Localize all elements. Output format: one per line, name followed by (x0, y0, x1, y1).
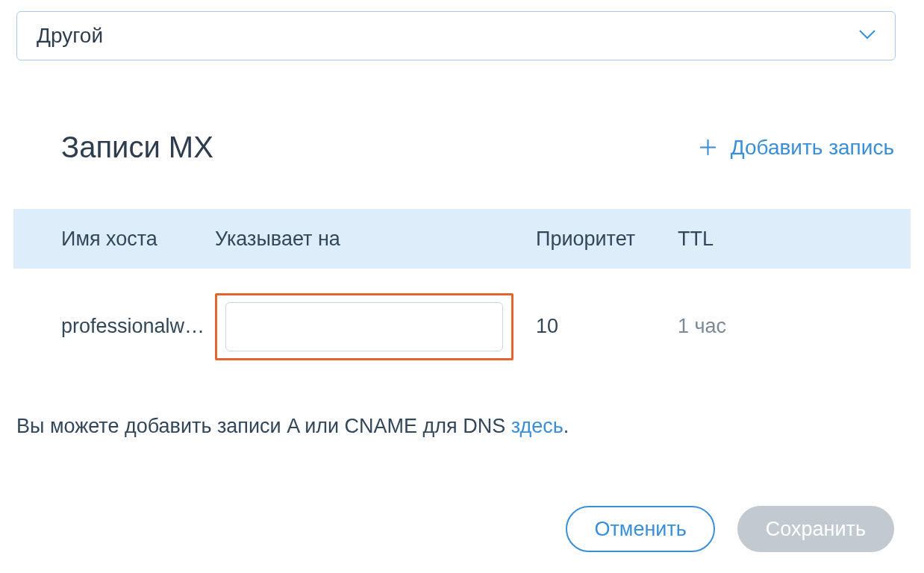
add-record-label: Добавить запись (731, 136, 894, 160)
mx-records-title: Записи MX (61, 131, 699, 164)
cell-priority: 10 (536, 315, 678, 338)
table-header-row: Имя хоста Указывает на Приоритет TTL (13, 209, 911, 269)
dns-settings-link[interactable]: здесь (511, 415, 564, 437)
plus-icon (699, 138, 717, 157)
cell-ttl: 1 час (678, 315, 911, 338)
chevron-down-icon (859, 29, 875, 43)
email-provider-dropdown-label: Другой (37, 24, 859, 48)
save-button: Сохранить (737, 506, 894, 552)
cancel-button[interactable]: Отменить (566, 506, 714, 552)
col-header-priority: Приоритет (536, 228, 678, 251)
col-header-host: Имя хоста (13, 228, 215, 251)
points-to-input[interactable] (225, 302, 503, 351)
dns-footnote-prefix: Вы можете добавить записи A или CNAME дл… (16, 415, 511, 437)
cell-host: professionalw… (13, 315, 215, 338)
table-row: professionalw… 10 1 час (13, 269, 911, 384)
form-buttons: Отменить Сохранить (566, 506, 894, 552)
dns-footnote: Вы можете добавить записи A или CNAME дл… (16, 415, 569, 438)
email-provider-dropdown[interactable]: Другой (16, 11, 896, 60)
add-record-button[interactable]: Добавить запись (699, 136, 894, 160)
mx-records-header: Записи MX Добавить запись (61, 131, 894, 164)
cell-points-to (215, 293, 536, 360)
points-to-highlight-box (215, 293, 513, 360)
col-header-ttl: TTL (678, 228, 911, 251)
dns-footnote-suffix: . (564, 415, 569, 437)
col-header-points-to: Указывает на (215, 228, 536, 251)
mx-records-table: Имя хоста Указывает на Приоритет TTL pro… (13, 209, 911, 384)
